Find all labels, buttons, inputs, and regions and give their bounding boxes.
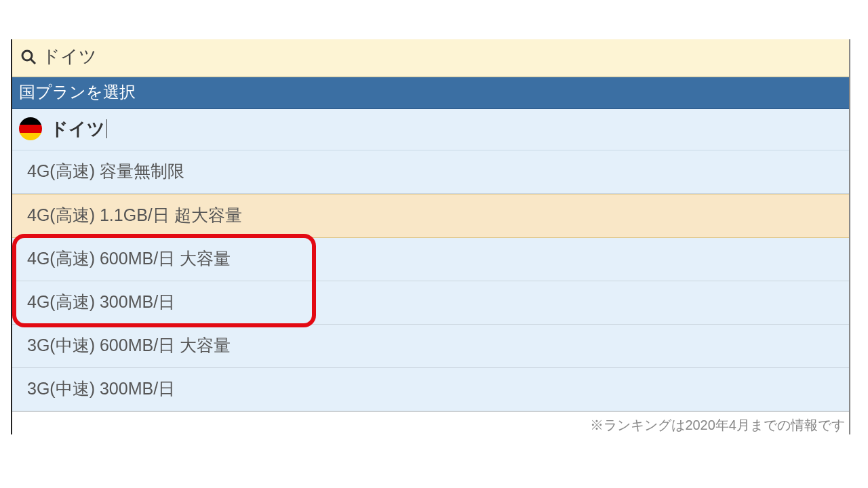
plan-label: 4G(高速) 1.1GB/日 超大容量	[27, 205, 242, 224]
plan-item[interactable]: 4G(高速) 1.1GB/日 超大容量	[12, 194, 849, 238]
plan-item[interactable]: 3G(中速) 300MB/日	[12, 368, 849, 411]
svg-point-0	[22, 51, 32, 60]
plan-label: 3G(中速) 600MB/日 大容量	[27, 336, 231, 354]
plan-item[interactable]: 4G(高速) 容量無制限	[12, 150, 849, 194]
plan-item[interactable]: 4G(高速) 300MB/日	[12, 281, 849, 325]
plan-label: 4G(高速) 300MB/日	[27, 292, 175, 311]
footer-note: ※ランキングは2020年4月までの情報です	[12, 411, 849, 434]
section-header-label: 国プランを選択	[19, 83, 136, 101]
plan-item[interactable]: 4G(高速) 600MB/日 大容量	[12, 238, 849, 281]
footer-note-text: ※ランキングは2020年4月までの情報です	[590, 418, 845, 432]
country-header: ドイツ	[12, 109, 849, 150]
plan-list: 4G(高速) 容量無制限4G(高速) 1.1GB/日 超大容量4G(高速) 60…	[12, 150, 849, 411]
svg-line-1	[31, 59, 35, 64]
plan-item[interactable]: 3G(中速) 600MB/日 大容量	[12, 325, 849, 368]
section-header: 国プランを選択	[12, 77, 849, 109]
search-icon	[20, 49, 37, 65]
plan-label: 4G(高速) 600MB/日 大容量	[27, 249, 231, 268]
country-name: ドイツ	[50, 119, 107, 139]
plan-label: 4G(高速) 容量無制限	[27, 161, 184, 180]
plan-label: 3G(中速) 300MB/日	[27, 379, 175, 398]
search-input[interactable]	[42, 46, 841, 67]
panel: 国プランを選択 ドイツ 4G(高速) 容量無制限4G(高速) 1.1GB/日 超…	[11, 39, 850, 434]
search-bar	[12, 39, 849, 77]
flag-germany-icon	[19, 117, 42, 140]
